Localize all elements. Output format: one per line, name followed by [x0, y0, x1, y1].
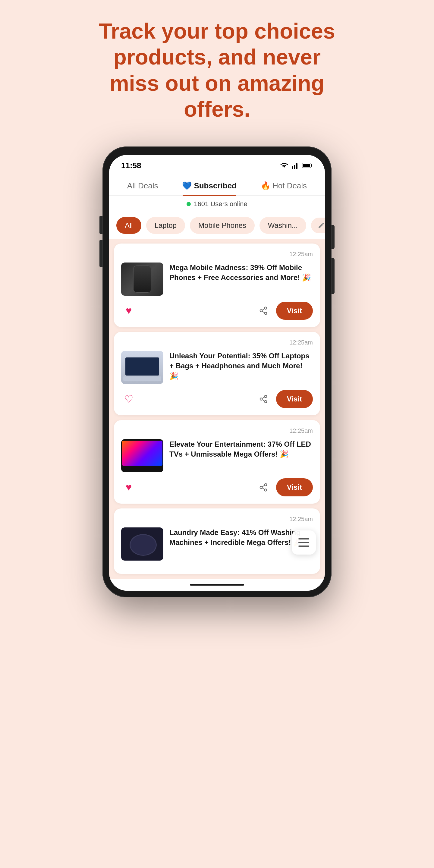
svg-line-9: [262, 311, 265, 313]
tab-all-deals[interactable]: All Deals: [121, 178, 164, 195]
deal-timestamp: 12:25am: [121, 339, 313, 346]
svg-rect-5: [303, 164, 310, 167]
pencil-icon: [318, 222, 325, 229]
deal-content: Mega Mobile Madness: 39% Off Mobile Phon…: [121, 262, 313, 296]
deal-title: Laundry Made Easy: 41% Off Washing Machi…: [169, 527, 313, 548]
share-icon: [259, 395, 268, 404]
svg-rect-4: [311, 164, 312, 167]
deal-actions: ♥ Visit: [121, 302, 313, 320]
svg-rect-21: [299, 538, 309, 539]
deal-timestamp: 12:25am: [121, 427, 313, 434]
deal-actions: ♡ Visit: [121, 390, 313, 408]
fab-menu-button[interactable]: [292, 530, 316, 555]
deal-content: Unleash Your Potential: 35% Off Laptops …: [121, 351, 313, 384]
like-button[interactable]: ♥: [121, 304, 136, 317]
share-button[interactable]: [257, 393, 270, 406]
deal-image-phone: [121, 262, 163, 296]
hamburger-icon: [299, 538, 309, 547]
online-bar: 1601 Users online: [109, 196, 325, 212]
svg-line-19: [262, 488, 265, 489]
svg-rect-23: [299, 546, 309, 547]
svg-point-8: [265, 312, 267, 315]
svg-point-18: [265, 489, 267, 491]
like-button[interactable]: ♥: [121, 481, 136, 494]
deal-card: 12:25am Unleash Your Potential: 35% Off …: [114, 332, 320, 415]
online-count: 1601 Users online: [194, 200, 247, 208]
deal-content: Elevate Your Entertainment: 37% Off LED …: [121, 439, 313, 472]
deal-image-tv: [121, 439, 163, 472]
home-bar: [190, 584, 244, 586]
category-all[interactable]: All: [116, 217, 141, 234]
action-right: Visit: [257, 302, 313, 320]
online-dot: [187, 202, 191, 206]
tab-subscribed[interactable]: 💙 Subscribed: [176, 178, 243, 195]
phone-screen: 11:58 All D: [109, 155, 325, 591]
category-mobile-phones[interactable]: Mobile Phones: [190, 217, 255, 234]
svg-rect-0: [292, 166, 293, 169]
status-time: 11:58: [121, 161, 141, 170]
deal-content: Laundry Made Easy: 41% Off Washing Machi…: [121, 527, 313, 561]
heart-filled-icon: ♥: [126, 481, 132, 493]
page-headline: Track your top choices products, and nev…: [82, 18, 352, 122]
deal-card: 12:25am Laundry Made Easy: 41% Off Washi…: [114, 508, 320, 574]
heart-outline-icon: ♡: [124, 393, 133, 405]
share-button[interactable]: [257, 304, 270, 317]
deal-title: Mega Mobile Madness: 39% Off Mobile Phon…: [169, 262, 313, 283]
action-right: Visit: [257, 478, 313, 496]
deal-image-washer: [121, 527, 163, 561]
status-icons: [280, 162, 313, 169]
visit-button[interactable]: Visit: [276, 478, 313, 496]
svg-line-10: [262, 309, 265, 310]
tab-hot-deals[interactable]: 🔥 Hot Deals: [255, 178, 313, 195]
svg-rect-1: [294, 165, 296, 169]
svg-point-11: [265, 395, 267, 398]
deal-timestamp: 12:25am: [121, 251, 313, 258]
category-laptop[interactable]: Laptop: [146, 217, 185, 234]
tab-bar: All Deals 💙 Subscribed 🔥 Hot Deals: [109, 173, 325, 196]
deals-list: 12:25am Mega Mobile Madness: 39% Off Mob…: [109, 239, 325, 579]
svg-point-13: [265, 401, 267, 403]
svg-rect-2: [296, 163, 298, 169]
phone-shell: 11:58 All D: [102, 147, 332, 597]
category-washing[interactable]: Washin...: [259, 217, 306, 234]
vol-up-button: [99, 216, 102, 234]
svg-line-20: [262, 485, 265, 487]
home-indicator: [109, 579, 325, 591]
svg-point-6: [265, 307, 267, 309]
deal-card: 12:25am Mega Mobile Madness: 39% Off Mob…: [114, 244, 320, 327]
signal-icon: [292, 162, 299, 169]
deal-card: 12:25am Elevate Your Entertainment: 37% …: [114, 420, 320, 504]
action-right: Visit: [257, 390, 313, 408]
visit-button[interactable]: Visit: [276, 302, 313, 320]
svg-point-12: [260, 398, 262, 400]
deal-title: Elevate Your Entertainment: 37% Off LED …: [169, 439, 313, 459]
deal-actions: ♥ Visit: [121, 478, 313, 496]
status-bar: 11:58: [109, 155, 325, 173]
wifi-icon: [280, 162, 289, 169]
deal-image-laptop: [121, 351, 163, 384]
vol-down-button: [99, 240, 102, 267]
svg-point-16: [265, 484, 267, 486]
like-button[interactable]: ♡: [121, 393, 136, 406]
svg-point-17: [260, 486, 262, 489]
share-button[interactable]: [257, 481, 270, 494]
svg-line-15: [262, 397, 265, 398]
edit-categories-button[interactable]: [311, 218, 325, 233]
deal-timestamp: 12:25am: [121, 516, 313, 523]
battery-icon: [302, 162, 313, 168]
svg-point-7: [260, 310, 262, 312]
deal-title: Unleash Your Potential: 35% Off Laptops …: [169, 351, 313, 381]
share-icon: [259, 306, 268, 315]
categories-bar: All Laptop Mobile Phones Washin...: [109, 212, 325, 239]
heart-filled-icon: ♥: [126, 305, 132, 316]
svg-line-14: [262, 399, 265, 401]
share-icon: [259, 483, 268, 492]
visit-button[interactable]: Visit: [276, 390, 313, 408]
svg-rect-22: [299, 542, 309, 543]
